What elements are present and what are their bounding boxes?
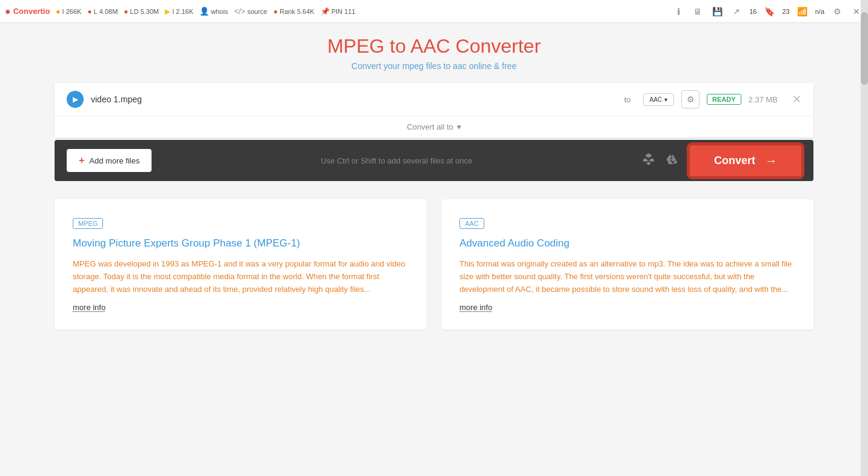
aac-title: Advanced Audio Coding [459,237,795,250]
settings-icon[interactable]: ⚙ [830,5,844,18]
page-title: MPEG to AAC Converter [55,35,813,58]
toolbar-item-source[interactable]: </> source [234,7,267,16]
file-row: ▶ video 1.mpeg to AAC ▾ ⚙ READY 2.37 MB … [55,83,813,116]
format-chevron: ▾ [664,96,667,103]
format-select[interactable]: AAC ▾ [643,93,675,106]
page-subtitle: Convert your mpeg files to aac online & … [55,61,813,71]
file-settings-btn[interactable]: ⚙ [681,90,699,108]
scrollbar-thumb[interactable] [861,12,868,85]
action-bar: + Add more files Use Ctrl or Shift to ad… [55,140,813,181]
dropbox-icon[interactable] [641,152,656,170]
toolbar-item-whois[interactable]: 👤 whois [199,7,228,16]
toolbar-item-pin: 📌 PIN111 [321,7,356,16]
bookmark-icon[interactable]: 🔖 [763,5,776,18]
convert-all-chevron: ▾ [457,122,461,131]
mpeg-description: MPEG was developed in 1993 as MPEG-1 and… [73,258,409,296]
file-size: 2.37 MB [749,95,778,104]
convert-label: Convert [714,154,755,167]
toolbar-right: ℹ 🖥 💾 ↗ 16 🔖 23 📶 n/a ⚙ ✕ [672,5,863,18]
toolbar-item-i: ▶ I2.16K [165,7,193,16]
hint-text: Use Ctrl or Shift to add several files a… [161,156,632,165]
scrollbar[interactable] [861,0,868,476]
format-label: AAC [650,96,663,103]
wifi-icon[interactable]: 📶 [796,5,809,18]
info-card-aac: AAC Advanced Audio Coding This format wa… [441,199,813,329]
save-icon[interactable]: 💾 [710,5,724,18]
toolbar-item-l: ● L4.08M [87,7,118,16]
file-close-btn[interactable]: ✕ [792,93,801,106]
mpeg-more-info[interactable]: more info [73,303,105,312]
convert-button[interactable]: Convert → [690,145,801,176]
converter-box: ▶ video 1.mpeg to AAC ▾ ⚙ READY 2.37 MB … [55,83,813,137]
ready-badge: READY [707,94,741,105]
info-icon[interactable]: ℹ [672,5,685,18]
mpeg-title: Moving Picture Experts Group Phase 1 (MP… [73,237,409,250]
add-files-button[interactable]: + Add more files [67,149,152,172]
monitor-icon[interactable]: 🖥 [691,5,704,18]
info-card-mpeg: MPEG Moving Picture Experts Group Phase … [55,199,427,329]
convert-arrow-icon: → [765,154,777,168]
gdrive-icon[interactable] [666,152,680,170]
info-cards: MPEG Moving Picture Experts Group Phase … [55,199,813,329]
plus-icon: + [79,155,84,166]
aac-description: This format was originally created as an… [459,258,795,296]
add-files-label: Add more files [89,156,139,165]
aac-more-info[interactable]: more info [459,303,492,312]
page-title-section: MPEG to AAC Converter Convert your mpeg … [55,35,813,71]
convert-all-label: Convert all to [407,122,453,131]
toolbar-item-ld: ● LD5.30M [124,7,159,16]
main-content: MPEG to AAC Converter Convert your mpeg … [0,23,868,476]
file-play-icon: ▶ [67,91,84,108]
toolbar-item-rank: ● Rank5.64K [273,7,315,16]
toolbar: ● Convertio ● I266K ● L4.08M ● LD5.30M ▶… [0,0,868,23]
toolbar-item-ga: ● I266K [56,7,81,16]
file-name: video 1.mpeg [91,94,612,104]
file-to-label: to [624,95,631,104]
mpeg-badge: MPEG [73,218,103,229]
convert-all-row[interactable]: Convert all to ▾ [55,116,813,137]
share-icon[interactable]: ↗ [730,5,743,18]
aac-badge: AAC [459,218,484,229]
toolbar-logo: ● Convertio [5,6,50,17]
